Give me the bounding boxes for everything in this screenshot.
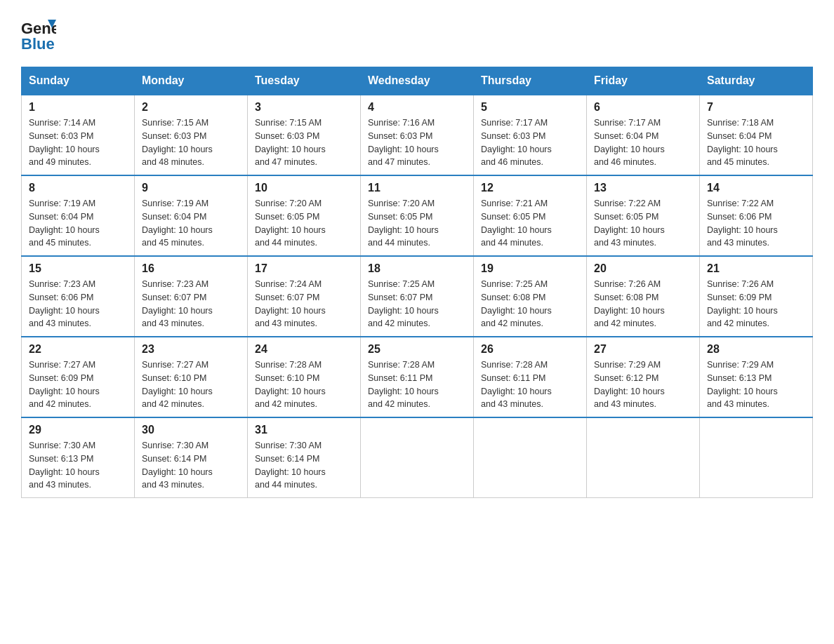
day-number: 30 bbox=[142, 424, 240, 436]
day-info: Sunrise: 7:15 AMSunset: 6:03 PMDaylight:… bbox=[255, 116, 353, 169]
calendar-cell: 9Sunrise: 7:19 AMSunset: 6:04 PMDaylight… bbox=[135, 175, 248, 256]
day-info: Sunrise: 7:21 AMSunset: 6:05 PMDaylight:… bbox=[481, 197, 579, 250]
calendar-week-row: 15Sunrise: 7:23 AMSunset: 6:06 PMDayligh… bbox=[22, 256, 813, 337]
logo: General Blue bbox=[21, 14, 59, 53]
day-info: Sunrise: 7:29 AMSunset: 6:13 PMDaylight:… bbox=[707, 358, 805, 411]
calendar-cell: 29Sunrise: 7:30 AMSunset: 6:13 PMDayligh… bbox=[22, 417, 135, 498]
day-header-saturday: Saturday bbox=[700, 67, 813, 95]
day-info: Sunrise: 7:27 AMSunset: 6:10 PMDaylight:… bbox=[142, 358, 240, 411]
day-info: Sunrise: 7:17 AMSunset: 6:04 PMDaylight:… bbox=[594, 116, 692, 169]
calendar-cell: 11Sunrise: 7:20 AMSunset: 6:05 PMDayligh… bbox=[361, 175, 474, 256]
day-header-friday: Friday bbox=[587, 67, 700, 95]
day-info: Sunrise: 7:17 AMSunset: 6:03 PMDaylight:… bbox=[481, 116, 579, 169]
day-number: 3 bbox=[255, 101, 353, 114]
day-info: Sunrise: 7:16 AMSunset: 6:03 PMDaylight:… bbox=[368, 116, 466, 169]
calendar-week-row: 1Sunrise: 7:14 AMSunset: 6:03 PMDaylight… bbox=[22, 95, 813, 175]
day-info: Sunrise: 7:20 AMSunset: 6:05 PMDaylight:… bbox=[368, 197, 466, 250]
day-number: 9 bbox=[142, 182, 240, 194]
day-number: 25 bbox=[368, 343, 466, 356]
calendar-cell: 13Sunrise: 7:22 AMSunset: 6:05 PMDayligh… bbox=[587, 175, 700, 256]
calendar-week-row: 8Sunrise: 7:19 AMSunset: 6:04 PMDaylight… bbox=[22, 175, 813, 256]
calendar-week-row: 22Sunrise: 7:27 AMSunset: 6:09 PMDayligh… bbox=[22, 337, 813, 417]
day-info: Sunrise: 7:18 AMSunset: 6:04 PMDaylight:… bbox=[707, 116, 805, 169]
day-info: Sunrise: 7:26 AMSunset: 6:09 PMDaylight:… bbox=[707, 278, 805, 330]
day-number: 23 bbox=[142, 343, 240, 356]
calendar-cell: 18Sunrise: 7:25 AMSunset: 6:07 PMDayligh… bbox=[361, 256, 474, 337]
day-number: 16 bbox=[142, 262, 240, 275]
calendar-cell: 2Sunrise: 7:15 AMSunset: 6:03 PMDaylight… bbox=[135, 95, 248, 175]
day-number: 5 bbox=[481, 101, 579, 114]
day-info: Sunrise: 7:22 AMSunset: 6:05 PMDaylight:… bbox=[594, 197, 692, 250]
day-info: Sunrise: 7:23 AMSunset: 6:06 PMDaylight:… bbox=[29, 278, 127, 330]
day-number: 22 bbox=[29, 343, 127, 356]
day-number: 13 bbox=[594, 182, 692, 194]
calendar-cell: 8Sunrise: 7:19 AMSunset: 6:04 PMDaylight… bbox=[22, 175, 135, 256]
day-header-wednesday: Wednesday bbox=[361, 67, 474, 95]
day-number: 2 bbox=[142, 101, 240, 114]
day-info: Sunrise: 7:28 AMSunset: 6:11 PMDaylight:… bbox=[481, 358, 579, 411]
day-number: 8 bbox=[29, 182, 127, 194]
day-number: 1 bbox=[29, 101, 127, 114]
day-number: 18 bbox=[368, 262, 466, 275]
calendar-cell: 25Sunrise: 7:28 AMSunset: 6:11 PMDayligh… bbox=[361, 337, 474, 417]
day-header-sunday: Sunday bbox=[22, 67, 135, 95]
calendar-cell bbox=[361, 417, 474, 498]
calendar-cell bbox=[474, 417, 587, 498]
day-info: Sunrise: 7:28 AMSunset: 6:10 PMDaylight:… bbox=[255, 358, 353, 411]
calendar-cell: 24Sunrise: 7:28 AMSunset: 6:10 PMDayligh… bbox=[248, 337, 361, 417]
day-number: 24 bbox=[255, 343, 353, 356]
day-number: 21 bbox=[707, 262, 805, 275]
day-number: 28 bbox=[707, 343, 805, 356]
calendar-cell: 27Sunrise: 7:29 AMSunset: 6:12 PMDayligh… bbox=[587, 337, 700, 417]
day-info: Sunrise: 7:14 AMSunset: 6:03 PMDaylight:… bbox=[29, 116, 127, 169]
svg-text:Blue: Blue bbox=[21, 35, 55, 53]
calendar-table: SundayMondayTuesdayWednesdayThursdayFrid… bbox=[21, 67, 813, 498]
day-number: 19 bbox=[481, 262, 579, 275]
day-info: Sunrise: 7:25 AMSunset: 6:07 PMDaylight:… bbox=[368, 278, 466, 330]
calendar-header-row: SundayMondayTuesdayWednesdayThursdayFrid… bbox=[22, 67, 813, 95]
day-header-monday: Monday bbox=[135, 67, 248, 95]
day-info: Sunrise: 7:30 AMSunset: 6:14 PMDaylight:… bbox=[255, 439, 353, 492]
calendar-cell: 21Sunrise: 7:26 AMSunset: 6:09 PMDayligh… bbox=[700, 256, 813, 337]
day-info: Sunrise: 7:30 AMSunset: 6:13 PMDaylight:… bbox=[29, 439, 127, 492]
day-number: 10 bbox=[255, 182, 353, 194]
day-info: Sunrise: 7:24 AMSunset: 6:07 PMDaylight:… bbox=[255, 278, 353, 330]
day-number: 31 bbox=[255, 424, 353, 436]
day-number: 15 bbox=[29, 262, 127, 275]
day-number: 4 bbox=[368, 101, 466, 114]
day-info: Sunrise: 7:19 AMSunset: 6:04 PMDaylight:… bbox=[142, 197, 240, 250]
day-number: 17 bbox=[255, 262, 353, 275]
day-info: Sunrise: 7:25 AMSunset: 6:08 PMDaylight:… bbox=[481, 278, 579, 330]
calendar-cell: 30Sunrise: 7:30 AMSunset: 6:14 PMDayligh… bbox=[135, 417, 248, 498]
logo-icon: General Blue bbox=[21, 14, 56, 53]
calendar-cell bbox=[700, 417, 813, 498]
day-info: Sunrise: 7:30 AMSunset: 6:14 PMDaylight:… bbox=[142, 439, 240, 492]
day-info: Sunrise: 7:23 AMSunset: 6:07 PMDaylight:… bbox=[142, 278, 240, 330]
calendar-cell: 1Sunrise: 7:14 AMSunset: 6:03 PMDaylight… bbox=[22, 95, 135, 175]
calendar-cell: 10Sunrise: 7:20 AMSunset: 6:05 PMDayligh… bbox=[248, 175, 361, 256]
calendar-cell: 5Sunrise: 7:17 AMSunset: 6:03 PMDaylight… bbox=[474, 95, 587, 175]
calendar-cell bbox=[587, 417, 700, 498]
day-number: 11 bbox=[368, 182, 466, 194]
day-info: Sunrise: 7:26 AMSunset: 6:08 PMDaylight:… bbox=[594, 278, 692, 330]
day-info: Sunrise: 7:29 AMSunset: 6:12 PMDaylight:… bbox=[594, 358, 692, 411]
calendar-week-row: 29Sunrise: 7:30 AMSunset: 6:13 PMDayligh… bbox=[22, 417, 813, 498]
day-info: Sunrise: 7:27 AMSunset: 6:09 PMDaylight:… bbox=[29, 358, 127, 411]
page-header: General Blue bbox=[21, 14, 813, 53]
day-info: Sunrise: 7:19 AMSunset: 6:04 PMDaylight:… bbox=[29, 197, 127, 250]
day-number: 12 bbox=[481, 182, 579, 194]
calendar-cell: 7Sunrise: 7:18 AMSunset: 6:04 PMDaylight… bbox=[700, 95, 813, 175]
calendar-cell: 17Sunrise: 7:24 AMSunset: 6:07 PMDayligh… bbox=[248, 256, 361, 337]
day-info: Sunrise: 7:28 AMSunset: 6:11 PMDaylight:… bbox=[368, 358, 466, 411]
calendar-cell: 6Sunrise: 7:17 AMSunset: 6:04 PMDaylight… bbox=[587, 95, 700, 175]
day-number: 7 bbox=[707, 101, 805, 114]
calendar-cell: 28Sunrise: 7:29 AMSunset: 6:13 PMDayligh… bbox=[700, 337, 813, 417]
day-number: 26 bbox=[481, 343, 579, 356]
day-info: Sunrise: 7:15 AMSunset: 6:03 PMDaylight:… bbox=[142, 116, 240, 169]
calendar-cell: 4Sunrise: 7:16 AMSunset: 6:03 PMDaylight… bbox=[361, 95, 474, 175]
day-number: 14 bbox=[707, 182, 805, 194]
day-header-tuesday: Tuesday bbox=[248, 67, 361, 95]
day-number: 27 bbox=[594, 343, 692, 356]
calendar-cell: 23Sunrise: 7:27 AMSunset: 6:10 PMDayligh… bbox=[135, 337, 248, 417]
calendar-cell: 31Sunrise: 7:30 AMSunset: 6:14 PMDayligh… bbox=[248, 417, 361, 498]
